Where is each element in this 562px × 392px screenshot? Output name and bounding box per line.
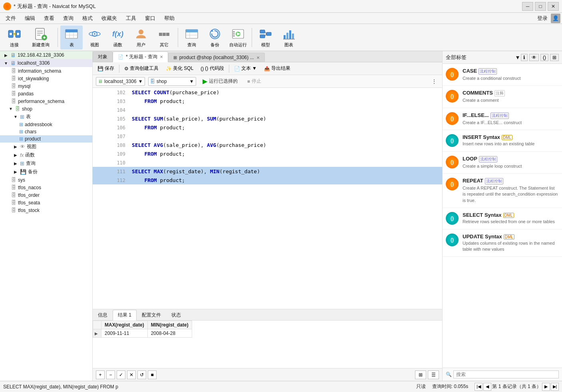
menu-edit[interactable]: 编辑 bbox=[21, 14, 39, 23]
stop-button[interactable]: ■ 停止 bbox=[244, 77, 264, 85]
sidebar-item-db-tfos-nacos[interactable]: 🗄 tfos_nacos bbox=[0, 184, 92, 191]
tab-query1[interactable]: 📄 * 无标题 - 查询 ✕ bbox=[113, 51, 168, 62]
sql-editor[interactable]: 102SELECT COUNT(purchase_price)103 FROM … bbox=[93, 88, 442, 309]
next-record-button[interactable]: ▶ bbox=[542, 383, 550, 391]
sidebar-item-db-pandas[interactable]: 🗄 pandas bbox=[0, 90, 92, 97]
snippet-paren-button[interactable]: () bbox=[540, 54, 548, 61]
code-block-button[interactable]: () () 代码段 bbox=[197, 64, 227, 73]
tab-object[interactable]: 对象 bbox=[93, 51, 113, 62]
snippet-item-insert-syntax[interactable]: ()INSERT SyntaxDMLInsert new rows into a… bbox=[443, 130, 562, 151]
snippet-item-comments[interactable]: ()COMMENTS注释Create a comment bbox=[443, 86, 562, 108]
last-record-button[interactable]: ▶| bbox=[551, 383, 559, 391]
result-tab-profile[interactable]: 配置文件 bbox=[137, 310, 166, 320]
grid-view-button[interactable]: ⊞ bbox=[415, 370, 426, 379]
toolbar-other[interactable]: 其它 bbox=[153, 26, 175, 49]
form-view-button[interactable]: ☰ bbox=[428, 370, 439, 379]
first-record-button[interactable]: |◀ bbox=[475, 383, 483, 391]
snippet-grid-button[interactable]: ⊞ bbox=[550, 54, 559, 61]
snippet-info-button[interactable]: ℹ bbox=[521, 54, 528, 61]
refresh-button[interactable]: ↺ bbox=[137, 370, 146, 379]
close-button[interactable]: ✕ bbox=[548, 2, 559, 11]
snippet-item-loop[interactable]: ()LOOP流程控制Create a simple loop construct bbox=[443, 152, 562, 174]
toolbar-backup[interactable]: 备份 bbox=[204, 26, 226, 49]
line-code[interactable]: FROM product; bbox=[129, 176, 442, 184]
sidebar-item-conn-local[interactable]: ▼ 🖥 localhost_3306 bbox=[0, 59, 92, 67]
line-code[interactable]: FROM product; bbox=[129, 149, 442, 158]
tab-query1-close[interactable]: ✕ bbox=[160, 55, 163, 59]
tab-product[interactable]: ⊞ product @shop (localhost_3306) ... ✕ bbox=[168, 53, 265, 62]
snippet-item-repeat[interactable]: ()REPEAT流程控制Create A REPEAT construct. T… bbox=[443, 174, 562, 208]
sidebar-item-queries-folder[interactable]: ▶ ⊞ 查询 bbox=[0, 159, 92, 168]
sidebar-item-db-tfos-stock[interactable]: 🗄 tfos_stock bbox=[0, 206, 92, 214]
run-selected-button[interactable]: ▶ 运行已选择的 bbox=[199, 77, 241, 86]
sidebar-item-tbl-chars[interactable]: ⊞ chars bbox=[0, 128, 92, 135]
result-tab-info[interactable]: 信息 bbox=[93, 310, 113, 320]
menu-window[interactable]: 窗口 bbox=[141, 14, 159, 23]
query-builder-button[interactable]: ⚙ 查询创建工具 bbox=[121, 64, 162, 73]
confirm-button[interactable]: ✓ bbox=[117, 370, 125, 379]
sidebar-item-funcs-folder[interactable]: ▶ fx 函数 bbox=[0, 151, 92, 159]
snippet-eye-button[interactable]: 👁 bbox=[529, 54, 539, 61]
database-select[interactable]: 🗄 shop ▼ bbox=[148, 77, 196, 86]
sidebar-item-backup-folder[interactable]: ▶ 💾 备份 bbox=[0, 168, 92, 176]
remove-row-button[interactable]: − bbox=[106, 370, 115, 379]
sidebar-item-db-shop[interactable]: ▼ 🗄 shop bbox=[0, 105, 92, 113]
result-tab-status[interactable]: 状态 bbox=[166, 310, 186, 320]
toolbar-new-query[interactable]: 新建查询 bbox=[26, 26, 55, 49]
snippet-item-select-syntax[interactable]: ()SELECT SyntaxDMLRetrieve rows selected… bbox=[443, 208, 562, 229]
toolbar-model[interactable]: 模型 bbox=[254, 26, 277, 49]
toolbar-connect[interactable]: 连接 bbox=[3, 26, 26, 49]
stop-query-button[interactable]: ■ bbox=[148, 370, 157, 379]
toolbar-view[interactable]: 视图 bbox=[83, 26, 106, 49]
prev-record-button[interactable]: ◀ bbox=[483, 383, 491, 391]
menu-format[interactable]: 格式 bbox=[78, 14, 97, 23]
text-button[interactable]: 📄 文本 ▼ bbox=[231, 64, 260, 73]
sidebar-item-db-sys[interactable]: 🗄 sys bbox=[0, 176, 92, 184]
more-options-button[interactable]: ⋮ bbox=[429, 78, 439, 85]
snippet-item-ifelse[interactable]: ()IF...ELSE...流程控制Create a IF...ELSE... … bbox=[443, 108, 562, 130]
menu-file[interactable]: 文件 bbox=[2, 14, 20, 23]
sidebar-item-tbl-addressbook[interactable]: ⊞ addressbook bbox=[0, 121, 92, 128]
line-code[interactable]: SELECT AVG(sale_price), AVG(purchase_pri… bbox=[129, 141, 442, 149]
sidebar-item-db-iot[interactable]: 🗄 iot_skywalking bbox=[0, 75, 92, 82]
sidebar-item-db-info[interactable]: 🗄 information_schema bbox=[0, 67, 92, 75]
save-button[interactable]: 💾 保存 bbox=[94, 64, 117, 73]
menu-help[interactable]: 帮助 bbox=[160, 14, 179, 23]
connection-select[interactable]: 🖥 localhost_3306 ▼ bbox=[96, 77, 145, 86]
sidebar-item-db-mysql[interactable]: 🗄 mysql bbox=[0, 82, 92, 90]
line-code[interactable] bbox=[129, 132, 442, 141]
toolbar-chart[interactable]: 图表 bbox=[278, 26, 300, 49]
sidebar-item-tbl-product[interactable]: ⊞ product bbox=[0, 135, 92, 143]
beautify-sql-button[interactable]: ✨ 美化 SQL bbox=[163, 64, 197, 73]
toolbar-autorun[interactable]: 自动运行 bbox=[227, 26, 249, 49]
sidebar-item-conn-192[interactable]: ▶ 🖥 192.168.42.128_3306 bbox=[0, 51, 92, 59]
toolbar-query[interactable]: 查询 bbox=[181, 26, 203, 49]
toolbar-user[interactable]: 用户 bbox=[130, 26, 152, 49]
line-code[interactable]: SELECT MAX(regist_date), MIN(regist_date… bbox=[129, 167, 442, 176]
sidebar-item-views-folder[interactable]: ▶ 👁 视图 bbox=[0, 143, 92, 151]
line-code[interactable]: SELECT SUM(sale_price), SUM(purchase_pri… bbox=[129, 114, 442, 123]
menu-tools[interactable]: 工具 bbox=[122, 14, 140, 23]
cancel-row-button[interactable]: ✕ bbox=[127, 370, 136, 379]
line-code[interactable] bbox=[129, 105, 442, 114]
snippet-item-update-syntax[interactable]: ()UPDATE SyntaxDMLUpdates columns of exi… bbox=[443, 230, 562, 257]
sidebar-item-tables-folder[interactable]: ▼ ⊞ 表 bbox=[0, 113, 92, 121]
sidebar-item-db-perf[interactable]: 🗄 performance_schema bbox=[0, 97, 92, 105]
line-code[interactable]: FROM product; bbox=[129, 97, 442, 105]
toolbar-table[interactable]: 表 bbox=[60, 26, 83, 49]
line-code[interactable]: FROM product; bbox=[129, 123, 442, 132]
snippet-item-case[interactable]: ()CASE流程控制Create a conditional construct bbox=[443, 64, 562, 86]
tab-product-close[interactable]: ✕ bbox=[256, 55, 260, 60]
toolbar-function[interactable]: f(x) 函数 bbox=[107, 26, 129, 49]
maximize-button[interactable]: □ bbox=[535, 2, 546, 11]
sidebar-item-db-tfos-order[interactable]: 🗄 tfos_order bbox=[0, 191, 92, 199]
snippet-search-input[interactable] bbox=[453, 370, 559, 378]
line-code[interactable]: SELECT COUNT(purchase_price) bbox=[129, 88, 442, 97]
sidebar-item-db-tfos-seata[interactable]: 🗄 tfos_seata bbox=[0, 199, 92, 206]
menu-favorites[interactable]: 收藏夹 bbox=[97, 14, 121, 23]
menu-query[interactable]: 查询 bbox=[59, 14, 77, 23]
login-label[interactable]: 登录 bbox=[537, 15, 548, 22]
menu-view[interactable]: 查看 bbox=[40, 14, 58, 23]
export-result-button[interactable]: 📤 导出结果 bbox=[261, 64, 294, 73]
result-tab-result1[interactable]: 结果 1 bbox=[113, 310, 137, 321]
